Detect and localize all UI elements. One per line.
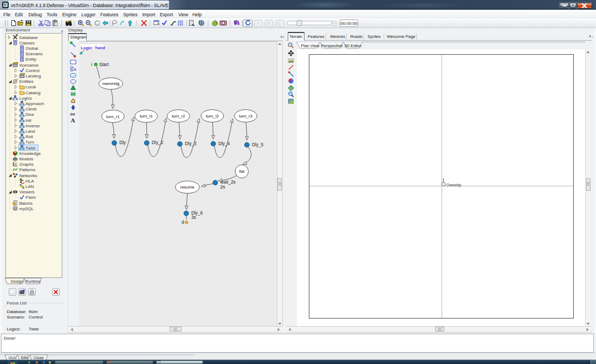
svg-text:A: A	[70, 117, 75, 123]
svg-text:Global: Global	[25, 46, 38, 51]
svg-text:2s: 2s	[220, 184, 225, 189]
svg-text:Init: Init	[25, 118, 31, 123]
svg-text:Roll: Roll	[25, 134, 33, 139]
svg-text:Flsim: Flsim	[25, 195, 36, 200]
svg-text:d: d	[182, 219, 184, 225]
svg-text:turn_l2: turn_l2	[205, 113, 218, 118]
svg-text:Land: Land	[25, 129, 35, 134]
svg-text:Entity: Entity	[25, 57, 36, 62]
svg-text:Graphs: Graphs	[20, 162, 34, 167]
svg-text:Entities: Entities	[20, 79, 34, 84]
svg-text:Climb: Climb	[25, 107, 37, 112]
svg-text:Turn: Turn	[25, 140, 34, 145]
svg-text:Control: Control	[25, 68, 40, 73]
svg-text:Dly_4: Dly_4	[218, 140, 230, 146]
svg-text:Viewers: Viewers	[20, 190, 35, 194]
svg-text:i: i	[91, 61, 92, 67]
svg-text:Perspective: Perspective	[321, 43, 342, 48]
svg-text:Approach: Approach	[25, 101, 44, 106]
svg-text:memHdg: memHdg	[102, 81, 119, 86]
svg-text:Twist: Twist	[25, 146, 36, 151]
svg-text:oo: oo	[70, 112, 75, 116]
svg-text:3s: 3s	[191, 214, 196, 220]
svg-text:Knowledge: Knowledge	[20, 151, 41, 156]
svg-text:Dly_3: Dly_3	[185, 140, 197, 146]
svg-text:00:00:00: 00:00:00	[340, 21, 358, 26]
svg-text:Networks: Networks	[20, 173, 37, 178]
svg-text:turn_r2: turn_r2	[171, 113, 185, 118]
svg-text:Local: Local	[25, 84, 36, 89]
svg-text:Landing: Landing	[25, 74, 41, 79]
svg-text:mySQL: mySQL	[20, 206, 34, 211]
svg-text:Runtime: Runtime	[25, 279, 41, 284]
svg-text:Dly_2: Dly_2	[152, 140, 164, 145]
svg-text:Dly_5: Dly_5	[252, 141, 264, 147]
svg-text:Logics: Logics	[20, 96, 32, 101]
svg-text:Dive: Dive	[25, 112, 35, 117]
svg-text:Catalog: Catalog	[25, 90, 41, 95]
svg-text:Database: Database	[20, 35, 38, 40]
svg-text:Dly: Dly	[119, 140, 126, 145]
svg-text:turn_r1: turn_r1	[106, 114, 120, 119]
svg-text:Inverse: Inverse	[25, 123, 40, 128]
svg-text:Classes: Classes	[20, 41, 35, 46]
svg-text:turn_l1: turn_l1	[139, 114, 152, 119]
svg-text:LAN: LAN	[25, 184, 34, 189]
svg-text:Plan View: Plan View	[301, 43, 319, 48]
svg-text:Batchs: Batchs	[20, 201, 33, 206]
svg-text:Scenario: Scenario	[25, 51, 43, 56]
svg-text:turn_r3: turn_r3	[239, 113, 252, 118]
svg-text:Design: Design	[11, 279, 23, 284]
svg-text:resume: resume	[180, 185, 194, 190]
svg-text:Patterns: Patterns	[20, 167, 36, 172]
svg-text:3D Editor: 3D Editor	[344, 43, 361, 48]
svg-text:Scenarios: Scenarios	[20, 63, 39, 68]
svg-text:Models: Models	[20, 157, 34, 161]
svg-text:flat: flat	[239, 169, 244, 174]
svg-text:HLA: HLA	[25, 179, 34, 184]
svg-text:Start: Start	[99, 61, 109, 67]
svg-text:Logic: Twist: Logic: Twist	[81, 45, 105, 50]
